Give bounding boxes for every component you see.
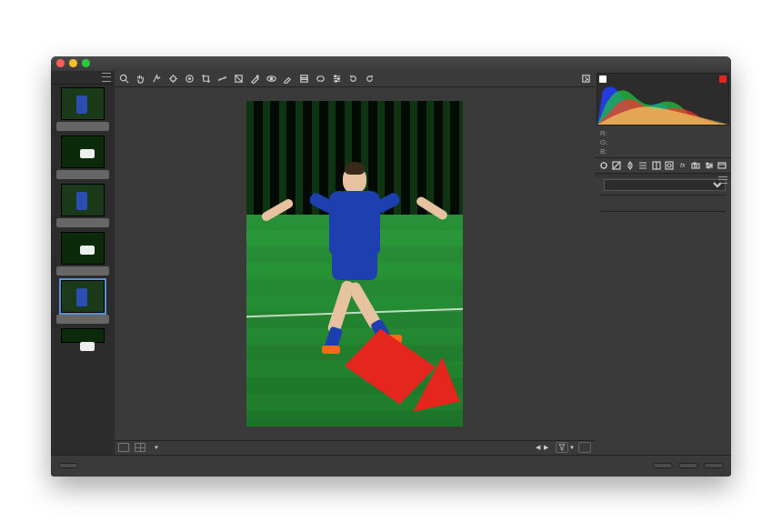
panel-tabs: fx — [595, 158, 731, 174]
svg-point-25 — [337, 77, 339, 79]
svg-point-45 — [707, 166, 709, 168]
rating-bar[interactable] — [56, 266, 109, 276]
svg-rect-46 — [718, 163, 726, 168]
straighten-tool-icon[interactable] — [216, 73, 227, 84]
rotate-cw-icon[interactable] — [364, 73, 375, 84]
thumbnail[interactable] — [51, 85, 115, 133]
highlight-clip-icon[interactable] — [719, 75, 727, 83]
window-controls — [56, 59, 90, 67]
shadow-clip-icon[interactable] — [599, 75, 607, 83]
thumbnail[interactable] — [51, 181, 115, 229]
tab-fx-icon[interactable]: fx — [677, 160, 688, 171]
center-panel: ▼ ◀ ▶ ▼ — [115, 71, 595, 455]
spot-removal-icon[interactable] — [249, 73, 260, 84]
redeye-tool-icon[interactable] — [266, 73, 276, 84]
filter-icon[interactable] — [556, 442, 568, 453]
svg-rect-35 — [666, 162, 673, 169]
minimize-icon[interactable] — [69, 59, 77, 67]
prev-image-icon[interactable]: ◀ — [536, 444, 540, 451]
thumbnail[interactable] — [51, 229, 115, 277]
save-image-button[interactable] — [58, 463, 78, 468]
zoom-select[interactable]: ▼ — [151, 445, 159, 450]
targeted-adjust-icon[interactable] — [184, 73, 195, 84]
radial-filter-icon[interactable] — [315, 73, 326, 84]
tab-split-icon[interactable] — [651, 160, 662, 171]
preview-canvas[interactable] — [115, 87, 595, 440]
preferences-icon[interactable] — [331, 73, 342, 84]
svg-point-38 — [695, 165, 697, 167]
crop-tool-icon[interactable] — [200, 73, 211, 84]
thumbnail[interactable] — [51, 133, 115, 181]
cancel-button[interactable] — [678, 463, 698, 468]
svg-point-2 — [170, 75, 175, 81]
svg-point-16 — [270, 77, 273, 80]
tab-presets-icon[interactable] — [704, 160, 715, 171]
filmstrip-list — [51, 85, 115, 455]
svg-point-20 — [316, 75, 323, 81]
tab-camera-icon[interactable] — [691, 160, 702, 171]
open-image-button[interactable] — [653, 463, 673, 468]
tab-basic-icon[interactable] — [598, 160, 609, 171]
graduated-filter-icon[interactable] — [298, 73, 309, 84]
basic-controls — [595, 177, 731, 455]
readout: R: G: B: — [595, 127, 731, 158]
toggle-mark-delete-icon[interactable] — [580, 73, 591, 84]
filmstrip-menu-icon[interactable] — [102, 73, 111, 82]
svg-line-1 — [125, 80, 128, 83]
tab-hsl-icon[interactable] — [638, 160, 649, 171]
rating-bar[interactable] — [56, 122, 109, 131]
main-area: ▼ ◀ ▶ ▼ — [51, 71, 731, 455]
tab-snapshots-icon[interactable] — [717, 160, 728, 171]
svg-point-14 — [256, 75, 258, 76]
jersey-number — [329, 191, 380, 255]
svg-point-44 — [710, 165, 712, 166]
tab-detail-icon[interactable] — [625, 160, 636, 171]
svg-line-13 — [235, 75, 241, 81]
canvas-statusbar: ▼ ◀ ▶ ▼ — [115, 440, 595, 455]
adjustment-brush-icon[interactable] — [282, 73, 293, 84]
svg-point-8 — [188, 77, 190, 79]
toolbar — [115, 71, 595, 87]
svg-point-36 — [667, 164, 671, 167]
tab-curve-icon[interactable] — [612, 160, 623, 171]
color-sampler-icon[interactable] — [167, 73, 178, 84]
zoom-icon[interactable] — [82, 59, 90, 67]
done-button[interactable] — [704, 463, 724, 468]
list-menu-icon[interactable] — [578, 442, 591, 453]
filmstrip-panel — [51, 71, 115, 455]
adjustments-panel: R: G: B: fx — [595, 71, 731, 455]
wb-select[interactable] — [604, 179, 726, 191]
rating-bar[interactable] — [56, 170, 109, 179]
footer — [51, 455, 731, 477]
svg-point-24 — [334, 75, 336, 76]
svg-point-26 — [335, 80, 336, 82]
next-image-icon[interactable]: ▶ — [544, 444, 548, 451]
rating-bar[interactable] — [56, 218, 109, 227]
svg-rect-17 — [300, 75, 306, 81]
white-balance-tool-icon[interactable] — [151, 73, 162, 84]
histogram[interactable] — [597, 73, 729, 125]
svg-point-43 — [707, 163, 708, 165]
view-single-icon[interactable] — [118, 443, 129, 452]
camera-raw-window: ▼ ◀ ▶ ▼ — [51, 56, 731, 477]
rotate-ccw-icon[interactable] — [347, 73, 358, 84]
tab-lens-icon[interactable] — [665, 160, 676, 171]
transform-tool-icon[interactable] — [233, 73, 244, 84]
zoom-tool-icon[interactable] — [118, 73, 129, 84]
thumbnail[interactable] — [51, 326, 115, 346]
close-icon[interactable] — [56, 59, 65, 67]
filmstrip-header — [51, 71, 115, 85]
svg-point-7 — [185, 75, 192, 81]
panel-title-bar — [595, 174, 731, 177]
preview-image — [246, 101, 463, 427]
view-compare-icon[interactable] — [135, 443, 145, 452]
titlebar — [51, 56, 731, 71]
panel-menu-icon[interactable] — [718, 176, 727, 184]
thumbnail-selected[interactable] — [51, 277, 115, 326]
rating-bar[interactable] — [56, 315, 109, 324]
svg-rect-39 — [694, 163, 696, 164]
svg-point-0 — [120, 75, 125, 80]
hand-tool-icon[interactable] — [135, 73, 145, 84]
